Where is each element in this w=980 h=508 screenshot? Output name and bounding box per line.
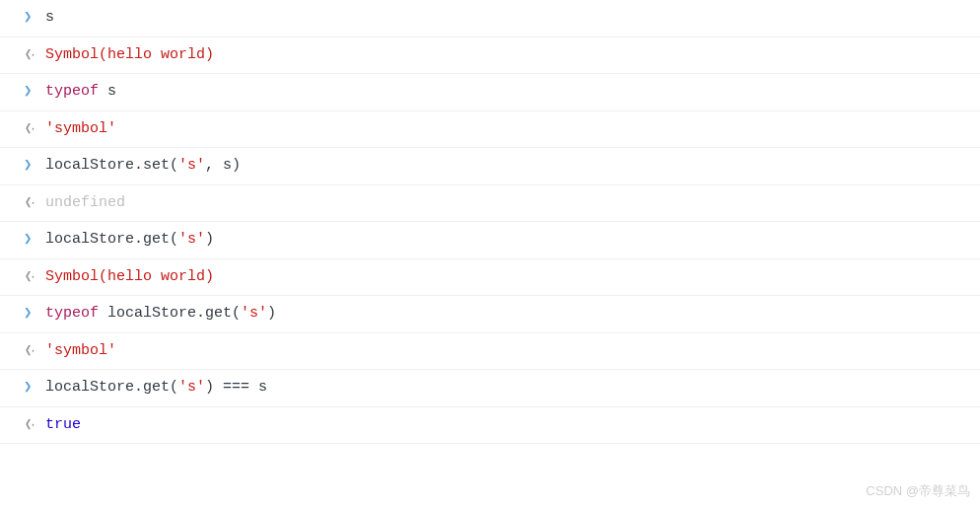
- output-result-icon: ❮⸱: [25, 266, 36, 287]
- console-input-row[interactable]: ❯localStore.set('s', s): [0, 148, 980, 185]
- output-value: Symbol(hello world): [45, 266, 214, 289]
- console: ❯s❮⸱Symbol(hello world)❯typeof s❮⸱'symbo…: [0, 0, 980, 444]
- output-result-icon: ❮⸱: [25, 192, 36, 213]
- output-value: 'symbol': [45, 118, 116, 141]
- input-prompt-icon: ❯: [24, 155, 37, 176]
- input-code: s: [45, 7, 54, 30]
- output-value: undefined: [45, 192, 125, 215]
- input-code: localStore.get('s') === s: [45, 377, 267, 399]
- console-input-row[interactable]: ❯s: [0, 0, 980, 37]
- output-value: Symbol(hello world): [45, 44, 214, 67]
- input-prompt-icon: ❯: [24, 81, 37, 102]
- input-code: localStore.get('s'): [45, 229, 214, 252]
- console-output-row: ❮⸱Symbol(hello world): [0, 259, 980, 297]
- console-output-row: ❮⸱'symbol': [0, 333, 980, 371]
- input-prompt-icon: ❯: [24, 7, 37, 28]
- output-result-icon: ❮⸱: [25, 414, 36, 435]
- console-output-row: ❮⸱Symbol(hello world): [0, 37, 980, 75]
- output-result-icon: ❮⸱: [25, 340, 36, 361]
- console-output-row: ❮⸱undefined: [0, 185, 980, 223]
- console-input-row[interactable]: ❯localStore.get('s') === s: [0, 370, 980, 407]
- console-output-row: ❮⸱'symbol': [0, 111, 980, 149]
- output-result-icon: ❮⸱: [25, 118, 36, 139]
- input-prompt-icon: ❯: [24, 377, 37, 398]
- input-code: typeof s: [45, 81, 116, 104]
- console-output-row: ❮⸱true: [0, 407, 980, 445]
- input-code: localStore.set('s', s): [45, 155, 241, 178]
- console-input-row[interactable]: ❯typeof s: [0, 74, 980, 111]
- input-prompt-icon: ❯: [24, 229, 37, 250]
- console-input-row[interactable]: ❯typeof localStore.get('s'): [0, 296, 980, 333]
- input-code: typeof localStore.get('s'): [45, 303, 276, 326]
- input-prompt-icon: ❯: [24, 303, 37, 324]
- output-value: true: [45, 414, 81, 437]
- console-input-row[interactable]: ❯localStore.get('s'): [0, 222, 980, 259]
- output-value: 'symbol': [45, 340, 116, 363]
- output-result-icon: ❮⸱: [25, 44, 36, 65]
